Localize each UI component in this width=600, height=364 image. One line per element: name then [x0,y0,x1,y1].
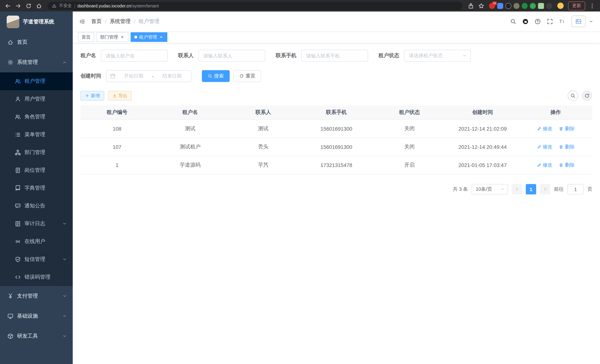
sidebar-item-devtools[interactable]: 研发工具 [0,326,73,346]
tab-home[interactable]: 首页 [78,32,94,42]
close-icon[interactable]: × [120,35,125,39]
search-button[interactable]: 搜索 [202,70,230,82]
page-unit-label: 页 [587,186,592,193]
extension-icon[interactable]: 10 [489,3,495,9]
screen: 不安全 dashboard.yudao.iocoder.cn/system/te… [0,0,600,364]
share-icon[interactable] [466,1,476,10]
tenant-name-input[interactable] [101,50,168,62]
sidebar-item-role[interactable]: 角色管理 [0,108,73,126]
add-button[interactable]: 新增 [81,91,104,101]
chevron-right-icon [543,187,547,191]
cell-tenant-id: 107 [81,138,154,156]
browser-chrome: 不安全 dashboard.yudao.iocoder.cn/system/te… [0,0,600,11]
sidebar-item-infra[interactable]: 基础设施 [0,306,73,326]
reset-button[interactable]: 重置 [233,70,261,82]
contact-input[interactable] [198,50,265,62]
chevron-left-icon [515,187,519,191]
close-icon[interactable]: × [159,35,164,39]
edit-link[interactable]: 修改 [537,125,552,132]
sidebar-item-label: 字典管理 [25,185,45,191]
tabs-bar: 首页 部门管理× 租户管理× [73,31,600,43]
tenant-status-select[interactable]: 请选择租户状态 [404,50,471,62]
extension-icon[interactable] [546,3,552,9]
cell-status: 开启 [373,156,446,174]
address-bar[interactable]: 不安全 dashboard.yudao.iocoder.cn/system/te… [47,2,462,10]
update-button[interactable]: 更新 [568,1,585,10]
prev-page-button[interactable] [512,184,522,195]
app-logo[interactable]: 芋道管理系统 [0,11,73,32]
sidebar-item-tenant[interactable]: 租户管理 [0,72,73,90]
page-number-button[interactable]: 1 [526,184,536,195]
tab-tenant[interactable]: 租户管理× [131,32,167,42]
sidebar-item-audit-log[interactable]: 审计日志 [0,215,73,233]
sidebar-item-payment[interactable]: 支付管理 [0,286,73,306]
toolbar-right [568,91,592,101]
sidebar-item-menu[interactable]: 菜单管理 [0,126,73,144]
sidebar-item-error-code[interactable]: 错误码管理 [0,268,73,286]
browser-home-icon[interactable] [34,1,44,10]
table-row: 1 芋道源码 芋艿 17321315478 开启 2021-01-05 17:0… [81,156,592,174]
refresh-table-button[interactable] [582,91,592,101]
select-placeholder: 请选择租户状态 [409,52,443,59]
browser-profile-avatar[interactable] [557,3,564,9]
sidebar-item-home[interactable]: 首页 [0,32,73,52]
cell-phone: 17321315478 [300,156,373,174]
edit-link[interactable]: 修改 [537,144,552,150]
extension-icon[interactable] [497,3,503,9]
breadcrumb-item[interactable]: 首页 [91,18,102,25]
cell-tenant-id: 1 [81,156,154,174]
hamburger-icon[interactable] [79,18,85,24]
next-page-button[interactable] [540,184,550,195]
extension-icon[interactable] [522,3,528,9]
goto-page-input[interactable] [567,184,584,195]
delete-link[interactable]: 删除 [559,162,575,168]
people-icon [15,114,21,120]
avatar[interactable] [572,16,586,27]
font-size-icon[interactable]: TT [559,18,565,24]
sidebar-item-online-user[interactable]: 在线用户 [0,233,73,251]
bookmark-star-icon[interactable] [477,1,486,10]
forward-icon[interactable] [13,1,23,10]
toggle-search-button[interactable] [568,91,578,101]
github-icon[interactable] [523,18,528,24]
tab-dept[interactable]: 部门管理× [96,32,128,42]
reload-icon[interactable] [24,1,33,10]
extension-icon[interactable] [538,3,544,9]
sidebar-item-post[interactable]: 岗位管理 [0,161,73,179]
fullscreen-icon[interactable] [547,18,553,24]
breadcrumb: 首页 / 系统管理 / 租户管理 [91,18,159,25]
extension-icon[interactable] [514,3,519,9]
search-icon [570,93,575,98]
back-icon[interactable] [3,1,13,10]
signal-icon [15,239,21,244]
contact-field: 联系人 [178,50,265,62]
sidebar-item-sms[interactable]: 短信管理 [0,251,73,268]
yen-icon [7,293,13,299]
url-host: dashboard.yudao.iocoder.cn [77,3,131,8]
extension-icon[interactable] [530,3,536,9]
tenant-table: 租户编号 租户名 联系人 联系手机 租户状态 创建时间 操作 108 测试 [81,105,592,174]
sidebar-item-system[interactable]: 系统管理 [0,52,73,72]
export-button[interactable]: 导出 [108,91,132,101]
app-title: 芋道管理系统 [23,19,54,25]
delete-link[interactable]: 删除 [559,125,575,132]
sidebar-item-dept[interactable]: 部门管理 [0,144,73,161]
breadcrumb-item[interactable]: 系统管理 [110,18,131,25]
sidebar-item-label: 支付管理 [17,293,38,299]
help-icon[interactable] [535,18,541,24]
delete-link[interactable]: 删除 [559,144,575,150]
browser-menu-icon[interactable] [587,1,597,10]
page-size-select[interactable]: 10条/页 [472,184,508,195]
sidebar-item-dict[interactable]: 字典管理 [0,179,73,197]
tenant-page: 租户名 联系人 联系手机 租户状态 请选择租户状态 [73,43,600,364]
chevron-down-icon[interactable] [589,19,593,24]
edit-link[interactable]: 修改 [537,162,552,168]
omnibox-divider [75,3,75,8]
create-time-range-picker[interactable]: 开始日期 - 结束日期 [106,70,191,82]
search-icon[interactable] [510,18,516,24]
sidebar-item-notice[interactable]: 通知公告 [0,197,73,215]
monitor-icon [7,313,13,319]
sidebar-item-user[interactable]: 用户管理 [0,90,73,108]
phone-input[interactable] [301,50,368,62]
extension-icon[interactable] [505,3,511,9]
